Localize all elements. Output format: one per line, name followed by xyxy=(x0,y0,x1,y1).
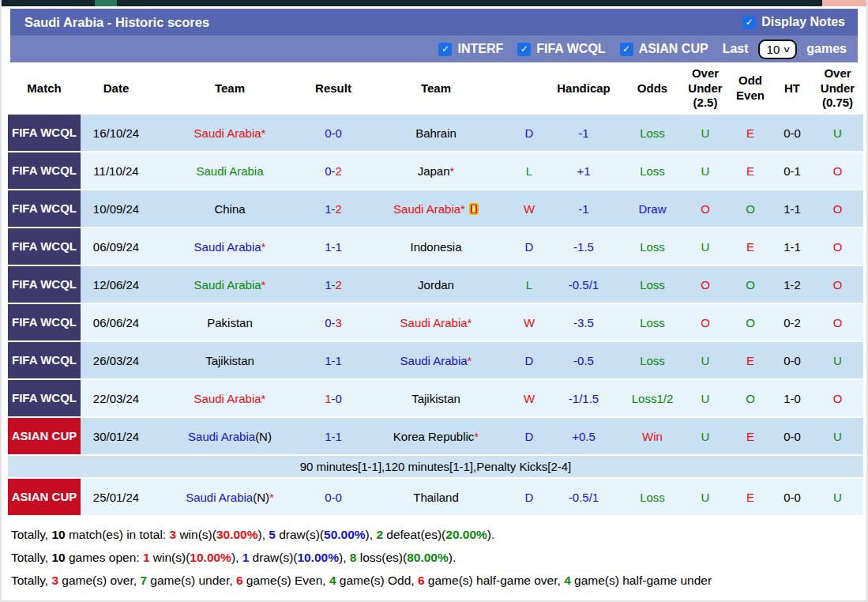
cell-handicap: -1 xyxy=(545,115,622,151)
table-body: FIFA WCQL16/10/24Saudi Arabia*0-0Bahrain… xyxy=(8,115,863,515)
column-header: Date xyxy=(81,64,152,113)
column-header: Team xyxy=(152,64,308,113)
filter-label: INTERF xyxy=(457,42,503,56)
cell-date: 10/09/24 xyxy=(81,190,152,227)
cell-handicap: +1 xyxy=(545,152,622,189)
checkbox-checked-icon[interactable]: ✓ xyxy=(438,43,452,56)
filter-bar: ✓INTERF✓FIFA WCQL✓ASIAN CUP Last 10 ∨ ga… xyxy=(10,36,858,62)
text-segment: Saudi Arabia xyxy=(194,278,261,292)
cell-date: 06/06/24 xyxy=(81,304,152,341)
panel-title-bar: Saudi Arabia - Historic scores ✓ Display… xyxy=(10,9,858,36)
cell-odds: Loss xyxy=(622,479,682,515)
text-segment: -0 xyxy=(332,392,342,405)
text-segment: 5 xyxy=(269,528,276,541)
display-notes-toggle[interactable]: ✓ Display Notes xyxy=(742,15,845,29)
cell-away-team: Saudi Arabia* xyxy=(359,190,513,227)
text-segment: 0- xyxy=(325,316,335,329)
cell-over-under-25: U xyxy=(682,228,728,265)
text-segment: game(s) under, xyxy=(147,574,236,587)
table-header-row: MatchDateTeamResultTeamHandicapOddsOver … xyxy=(8,64,863,113)
cell-over-under-25: U xyxy=(682,380,728,416)
column-header: HT xyxy=(772,64,812,113)
text-segment: ), xyxy=(366,528,377,541)
cell-match-badge: FIFA WCQL xyxy=(8,228,81,265)
cell-wdl: D xyxy=(513,479,545,515)
filter-fifa-wcql[interactable]: ✓FIFA WCQL xyxy=(517,42,605,56)
text-segment: China xyxy=(214,202,245,216)
cell-match-badge: FIFA WCQL xyxy=(8,304,81,341)
cell-odds: Loss xyxy=(622,115,682,151)
cell-over-under-25: U xyxy=(682,152,728,189)
text-segment: * xyxy=(269,491,274,504)
text-segment: 6 xyxy=(418,574,425,587)
text-segment: game(s) over, xyxy=(58,574,140,587)
cell-result: 1-1 xyxy=(308,418,359,454)
column-header: Over Under (2.5) xyxy=(682,64,728,113)
cell-over-under-075: O xyxy=(812,380,863,416)
red-card-icon xyxy=(469,203,479,215)
historic-scores-table: MatchDateTeamResultTeamHandicapOddsOver … xyxy=(8,62,863,517)
text-segment: Saudi Arabia* xyxy=(194,126,266,140)
cell-odds: Loss xyxy=(622,266,682,303)
browser-edge-strip xyxy=(2,0,866,6)
text-segment: Saudi Arabia xyxy=(186,491,253,504)
text-segment: ). xyxy=(449,551,456,564)
text-segment: games open: xyxy=(66,551,143,564)
cell-result: 1-2 xyxy=(308,266,359,303)
cell-home-team: Saudi Arabia(N) xyxy=(152,418,308,454)
match-row: ASIAN CUP25/01/24Saudi Arabia(N)*0-0Thai… xyxy=(8,479,863,515)
cell-home-team: Saudi Arabia* xyxy=(152,380,308,416)
text-segment: Indonesia xyxy=(410,240,461,254)
text-segment: Tajikistan xyxy=(205,354,254,367)
cell-date: 25/01/24 xyxy=(81,479,152,515)
checkbox-checked-icon[interactable]: ✓ xyxy=(620,43,633,56)
cell-date: 30/01/24 xyxy=(81,418,152,454)
cell-handicap: +0.5 xyxy=(545,418,622,454)
text-segment: Saudi Arabia* xyxy=(400,316,472,329)
match-row: FIFA WCQL12/06/24Saudi Arabia*1-2JordanL… xyxy=(8,266,863,303)
cell-match-badge: FIFA WCQL xyxy=(8,190,81,227)
last-games-select[interactable]: 10 ∨ xyxy=(758,40,798,59)
cell-wdl: D xyxy=(513,418,545,454)
text-segment: Totally, xyxy=(11,528,51,541)
cell-ht: 0-0 xyxy=(772,418,812,454)
filter-interf[interactable]: ✓INTERF xyxy=(438,42,503,56)
last-games-value: 10 xyxy=(767,43,780,56)
column-header: Odd Even xyxy=(728,64,772,113)
text-segment: Saudi Arabia xyxy=(196,164,263,178)
cell-over-under-075: U xyxy=(812,342,863,378)
cell-over-under-25: U xyxy=(682,115,728,151)
text-segment: Saudi Arabia xyxy=(188,430,255,443)
cell-odd-even: E xyxy=(728,342,772,378)
filter-asian-cup[interactable]: ✓ASIAN CUP xyxy=(620,42,708,56)
text-segment: 10.00% xyxy=(190,551,231,564)
cell-odd-even: E xyxy=(728,115,772,151)
cell-odd-even: O xyxy=(728,304,772,341)
text-segment: Totally, xyxy=(11,551,51,564)
cell-result: 0-3 xyxy=(308,304,359,341)
cell-over-under-075: U xyxy=(812,115,863,151)
text-segment: draw(s)( xyxy=(276,528,324,541)
text-segment: Tajikistan xyxy=(411,392,460,405)
cell-away-team: Tajikistan xyxy=(359,380,513,416)
column-header xyxy=(513,64,545,113)
filter-checkboxes: ✓INTERF✓FIFA WCQL✓ASIAN CUP xyxy=(438,42,716,56)
cell-home-team: Pakistan xyxy=(152,304,308,341)
text-segment: ), xyxy=(231,551,242,564)
cell-wdl: W xyxy=(513,380,545,416)
checkbox-checked-icon[interactable]: ✓ xyxy=(742,16,756,29)
text-segment: Saudi Arabia* xyxy=(393,202,465,216)
cell-wdl: L xyxy=(513,266,545,303)
cell-odds: Loss xyxy=(622,342,682,378)
text-segment: 4 xyxy=(564,574,571,587)
cell-over-under-25: O xyxy=(682,266,728,303)
cell-ht: 0-0 xyxy=(772,115,812,151)
cell-match-badge: FIFA WCQL xyxy=(8,115,81,151)
cell-home-team: Saudi Arabia* xyxy=(152,228,308,265)
match-row: FIFA WCQL06/06/24Pakistan0-3Saudi Arabia… xyxy=(8,304,863,341)
cell-result: 0-2 xyxy=(308,152,359,189)
cell-wdl: W xyxy=(513,190,545,227)
cell-away-team: Indonesia xyxy=(359,228,513,265)
text-segment: match(es) in total: xyxy=(66,528,170,541)
checkbox-checked-icon[interactable]: ✓ xyxy=(517,43,531,56)
